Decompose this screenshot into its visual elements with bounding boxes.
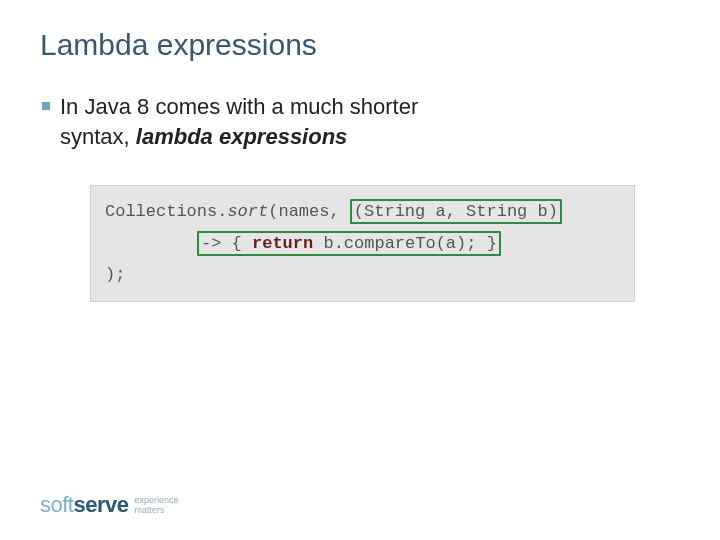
code-seg: b.compareTo(a); }	[313, 234, 497, 253]
slide-title: Lambda expressions	[40, 28, 680, 62]
bullet-text: In Java 8 comes with a much shorter synt…	[60, 92, 480, 151]
code-line-1: Collections.sort(names, (String a, Strin…	[105, 196, 620, 227]
code-seg-sort: sort	[227, 202, 268, 221]
bullet-marker-icon	[42, 102, 50, 110]
bullet-emphasis: lambda expressions	[136, 124, 348, 149]
logo-soft: soft	[40, 492, 73, 517]
logo-serve: serve	[73, 492, 128, 517]
code-keyword-return: return	[252, 234, 313, 253]
code-line-2: -> { return b.compareTo(a); }	[105, 228, 620, 259]
code-seg: (names,	[268, 202, 350, 221]
bullet-item: In Java 8 comes with a much shorter synt…	[40, 92, 680, 151]
footer-logo: softserve experience matters	[40, 492, 179, 518]
lambda-params-highlight: (String a, String b)	[350, 199, 562, 224]
lambda-body-highlight: -> { return b.compareTo(a); }	[197, 231, 501, 256]
tagline-line-2: matters	[134, 506, 178, 516]
code-block: Collections.sort(names, (String a, Strin…	[90, 185, 635, 301]
logo-tagline: experience matters	[134, 496, 178, 516]
code-line-3: );	[105, 259, 620, 290]
code-seg: -> {	[201, 234, 252, 253]
logo-word: softserve	[40, 492, 128, 518]
code-seg: Collections.	[105, 202, 227, 221]
